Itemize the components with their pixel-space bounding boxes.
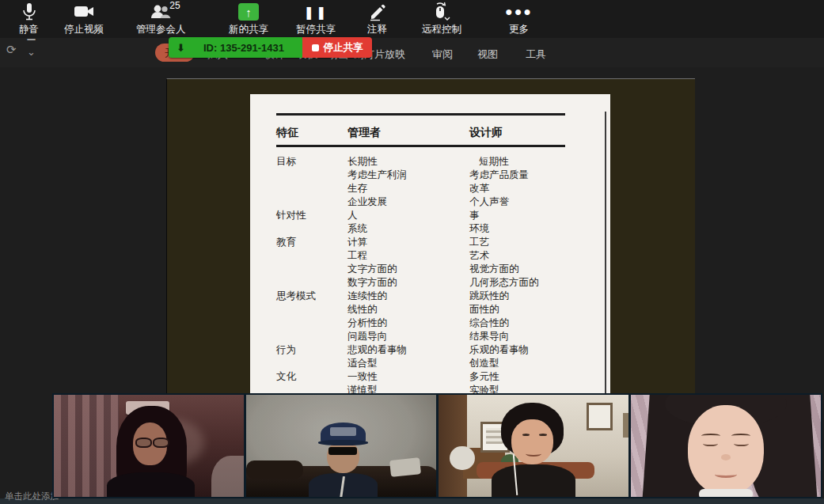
annotate-button[interactable]: 注释 (367, 2, 387, 36)
table-row: 适合型创造型 (276, 357, 602, 370)
participant-video-4[interactable] (631, 395, 821, 497)
stop-video-label: 停止视频 (64, 23, 104, 36)
participant-video-1[interactable] (54, 395, 244, 497)
remote-control-label: 远程控制 (422, 23, 461, 36)
annotate-label: 注释 (367, 23, 387, 36)
picture-frame (587, 403, 612, 430)
table-row: 行为悲观的看事物乐观的看事物 (276, 343, 602, 357)
tab-tools[interactable]: 工具 (526, 47, 546, 62)
header-manager: 管理者 (347, 126, 469, 140)
table-top-rule (276, 113, 565, 116)
remote-control-button[interactable]: 远程控制 (422, 2, 461, 36)
table-row: 企业发展个人声誉 (276, 195, 602, 209)
stop-share-label: 停止共享 (324, 41, 363, 55)
more-label: 更多 (509, 23, 529, 36)
tab-review[interactable]: 审阅 (432, 47, 453, 62)
pause-share-label: 暂停共享 (296, 23, 336, 36)
table-row: 针对性人事 (276, 209, 602, 222)
stop-share-button[interactable]: 停止共享 (302, 37, 372, 58)
mute-label: 静音 (19, 23, 39, 36)
table-row: 文字方面的视觉方面的 (276, 263, 602, 276)
person-body (107, 472, 194, 497)
new-share-label: 新的共享 (229, 23, 268, 36)
redo-icon[interactable]: ⟳ (6, 43, 17, 57)
ppt-ribbon: ⟳ ▔⌄ 开始 插入 设计 切换 动画 幻灯片放映 审阅 视图 工具 (0, 38, 824, 67)
notes-placeholder[interactable]: 单击此处添加 (5, 491, 59, 502)
person-face (511, 419, 553, 464)
manage-participants-label: 管理参会人 (136, 23, 186, 36)
table-row: 考虑生产利润考虑产品质量 (276, 169, 602, 182)
zoom-meeting-window: 静音 停止视频 25 管理参会人 ↑ 新的共享 ❚❚ 暂停共享 (0, 0, 824, 504)
status-bar (0, 498, 824, 504)
picture-frame (623, 413, 628, 438)
video-strip (52, 393, 822, 498)
table-body: 目标长期性短期性考虑生产利润考虑产品质量生存改革企业发展个人声誉针对性人事系统环… (276, 155, 602, 397)
meeting-toolbar: 静音 停止视频 25 管理参会人 ↑ 新的共享 ❚❚ 暂停共享 (0, 0, 824, 38)
participants-icon: 25 (149, 2, 173, 22)
table-row: 文化一致性多元性 (276, 370, 602, 384)
table-row: 线性的面性的 (276, 303, 602, 316)
table-row: 系统环境 (276, 222, 602, 236)
download-arrow-icon: ⬇ (177, 42, 185, 54)
glasses (135, 438, 152, 448)
bed-headboard (211, 456, 244, 497)
share-status-bar: ⬇ ID: 135-291-1431 停止共享 (169, 37, 372, 58)
new-share-button[interactable]: ↑ 新的共享 (229, 2, 268, 36)
collapse-ribbon-icon[interactable]: ▔⌄ (27, 41, 36, 55)
pause-icon: ❚❚ (304, 2, 328, 22)
manage-participants-button[interactable]: 25 管理参会人 (136, 2, 186, 36)
table-row: 教育计算工艺 (276, 236, 602, 249)
microphone-icon (21, 2, 38, 22)
participant-video-2[interactable] (246, 395, 436, 497)
share-screen-icon: ↑ (238, 2, 259, 22)
table-row: 目标长期性短期性 (276, 155, 602, 169)
table-row: 生存改革 (276, 182, 602, 195)
pause-share-button[interactable]: ❚❚ 暂停共享 (296, 2, 336, 36)
participant-video-3[interactable] (439, 395, 628, 497)
table-row: 思考模式连续性的跳跃性的 (276, 290, 602, 303)
table-row: 数字方面的几何形态方面的 (276, 276, 602, 290)
header-feature: 特征 (276, 126, 347, 140)
table-row: 工程艺术 (276, 249, 602, 263)
stop-video-button[interactable]: 停止视频 (64, 2, 104, 36)
meeting-id-text: ID: 135-291-1431 (185, 42, 302, 54)
video-camera-icon (73, 2, 95, 22)
glasses (153, 438, 169, 448)
stop-square-icon (312, 44, 319, 51)
pencil-icon (368, 2, 387, 22)
meeting-id-pill[interactable]: ⬇ ID: 135-291-1431 (169, 37, 302, 58)
mute-button[interactable]: 静音 (19, 2, 39, 36)
participant-count-badge: 25 (169, 0, 180, 11)
more-button[interactable]: ●●● 更多 (505, 2, 533, 36)
table-header-row: 特征 管理者 设计师 (276, 126, 503, 140)
remote-mouse-icon (431, 2, 453, 22)
person-face (688, 405, 764, 495)
tab-view[interactable]: 视图 (477, 47, 498, 62)
table-header-rule (276, 145, 565, 147)
table-row: 问题导向结果导向 (276, 330, 602, 343)
header-designer: 设计师 (469, 126, 503, 140)
person-body (492, 464, 575, 497)
fan (450, 446, 474, 471)
more-dots-icon: ●●● (505, 2, 533, 22)
table-row: 分析性的综合性的 (276, 316, 602, 330)
